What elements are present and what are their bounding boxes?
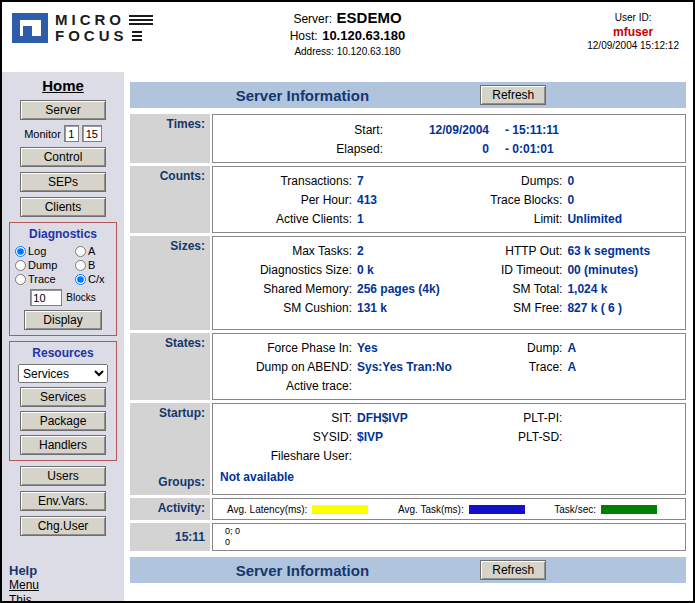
row-content-activity-sample: 0; 0 0 xyxy=(212,523,686,551)
monitor-box-2[interactable] xyxy=(82,125,102,142)
host-value: 10.120.63.180 xyxy=(322,28,405,43)
states-columns: Force Phase In:Yes Dump on ABEND:Sys:Yes… xyxy=(219,337,679,396)
start-label: Start: xyxy=(219,121,389,140)
radio-label: A xyxy=(88,245,95,257)
resources-panel: Resources Services Services Package Hand… xyxy=(9,341,117,461)
field-value xyxy=(567,428,679,447)
diagnostics-radio-grid: Log A Dump B Trace C/x xyxy=(15,245,111,285)
field-label: SYSID: xyxy=(219,428,357,447)
users-button[interactable]: Users xyxy=(20,466,106,486)
table-row-activity-sample: 15:11 0; 0 0 xyxy=(130,523,686,551)
page: MICRO FOCUS Server: ESDEMO Host: 10.120.… xyxy=(0,0,695,603)
menu-link[interactable]: Menu xyxy=(9,578,124,593)
task-ms-label: Avg. Task(ms): xyxy=(398,504,464,515)
radio-label: Log xyxy=(28,245,46,257)
field-value xyxy=(567,409,679,428)
field-value: 2 xyxy=(357,242,467,261)
seps-button[interactable]: SEPs xyxy=(20,172,106,192)
monitor-label: Monitor xyxy=(24,128,61,140)
refresh-button-bottom[interactable]: Refresh xyxy=(480,560,546,580)
blocks-label: Blocks xyxy=(66,292,95,303)
sample-line-2: 0 xyxy=(225,537,685,548)
groups-value: Not available xyxy=(219,469,679,486)
sample-time-text: 15:11 xyxy=(175,530,205,544)
field-label: Fileshare User: xyxy=(219,447,357,466)
row-label-counts: Counts: xyxy=(130,166,210,233)
help-heading: Help xyxy=(9,563,124,578)
times-grid: Start: 12/09/2004 - 15:11:11 Elapsed: 0 … xyxy=(219,118,679,159)
display-button[interactable]: Display xyxy=(24,310,102,330)
log-radio[interactable] xyxy=(15,246,26,257)
field-value: 63 k segments xyxy=(567,242,679,261)
resources-title: Resources xyxy=(32,346,93,360)
field-label: SIT: xyxy=(219,409,357,428)
env-vars-button[interactable]: Env.Vars. xyxy=(20,491,106,511)
sizes-right-column: HTTP Out:63 k segments ID Timeout:00 (mi… xyxy=(467,242,679,318)
elapsed-days: 0 xyxy=(389,140,489,159)
task-sec-legend: Task/sec: xyxy=(554,504,657,515)
field-label: Dump on ABEND: xyxy=(219,358,357,377)
groups-label: Groups: xyxy=(158,475,205,489)
field-label: HTTP Out: xyxy=(467,242,567,261)
sizes-left-column: Max Tasks:2 Diagnostics Size:0 k Shared … xyxy=(219,242,467,318)
radio-log[interactable]: Log xyxy=(15,245,75,257)
timestamp: 12/09/2004 15:12:12 xyxy=(587,39,679,53)
field-label: ID Timeout: xyxy=(467,261,567,280)
monitor-box-1[interactable] xyxy=(64,125,79,142)
package-button[interactable]: Package xyxy=(20,411,106,431)
radio-label: Trace xyxy=(28,273,56,285)
row-content-activity: Avg. Latency(ms): Avg. Task(ms): Task/se… xyxy=(212,498,686,520)
sizes-columns: Max Tasks:2 Diagnostics Size:0 k Shared … xyxy=(219,240,679,318)
address-label: Address: xyxy=(294,46,333,57)
refresh-button-top[interactable]: Refresh xyxy=(480,85,546,105)
latency-label: Avg. Latency(ms): xyxy=(227,504,307,515)
resources-dropdown[interactable]: Services xyxy=(18,364,108,383)
field-value: 0 xyxy=(567,172,679,191)
blocks-input[interactable] xyxy=(30,289,62,306)
top-title-bar: Server Information Refresh xyxy=(130,82,686,108)
radio-dump[interactable]: Dump xyxy=(15,259,75,271)
this-link[interactable]: This xyxy=(9,593,124,601)
services-button[interactable]: Services xyxy=(20,387,106,407)
cx-radio[interactable] xyxy=(75,274,86,285)
field-label: Per Hour: xyxy=(219,191,357,210)
server-button[interactable]: Server xyxy=(20,100,106,120)
b-radio[interactable] xyxy=(75,260,86,271)
user-info: User ID: mfuser 12/09/2004 15:12:12 xyxy=(587,11,679,53)
radio-b[interactable]: B xyxy=(75,259,111,271)
page-title: Server Information xyxy=(130,82,475,108)
dump-radio[interactable] xyxy=(15,260,26,271)
sidebar: Home Server Monitor Control SEPs Clients… xyxy=(2,72,124,601)
row-label-states: States: xyxy=(130,333,210,400)
field-label: Shared Memory: xyxy=(219,280,357,299)
home-link[interactable]: Home xyxy=(42,77,84,94)
field-label: PLT-PI: xyxy=(467,409,567,428)
row-label-text: States: xyxy=(165,336,205,350)
radio-trace[interactable]: Trace xyxy=(15,273,75,285)
a-radio[interactable] xyxy=(75,246,86,257)
field-value xyxy=(357,377,467,396)
field-label: Active Clients: xyxy=(219,210,357,229)
help-block: Help Menu This xyxy=(2,563,124,601)
row-label-sizes: Sizes: xyxy=(130,236,210,330)
field-value: $IVP xyxy=(357,428,467,447)
start-time: - 15:11:11 xyxy=(489,121,679,140)
chg-user-button[interactable]: Chg.User xyxy=(20,516,106,536)
field-label: Transactions: xyxy=(219,172,357,191)
field-label: Dumps: xyxy=(467,172,567,191)
row-label-text: Sizes: xyxy=(170,239,205,253)
field-label: Max Tasks: xyxy=(219,242,357,261)
control-button[interactable]: Control xyxy=(20,147,106,167)
page-title-bottom: Server Information xyxy=(130,557,475,583)
row-label-startup: Startup: Groups: xyxy=(130,403,210,495)
field-label: Trace: xyxy=(467,358,567,377)
field-label: SM Total: xyxy=(467,280,567,299)
table-row-startup: Startup: Groups: SIT:DFH$IVP SYSID:$IVP … xyxy=(130,403,686,495)
counts-left-column: Transactions:7 Per Hour:413 Active Clien… xyxy=(219,172,467,229)
user-id-value: mfuser xyxy=(587,25,679,39)
handlers-button[interactable]: Handlers xyxy=(20,435,106,455)
clients-button[interactable]: Clients xyxy=(20,197,106,217)
trace-radio[interactable] xyxy=(15,274,26,285)
radio-a[interactable]: A xyxy=(75,245,111,257)
radio-cx[interactable]: C/x xyxy=(75,273,111,285)
